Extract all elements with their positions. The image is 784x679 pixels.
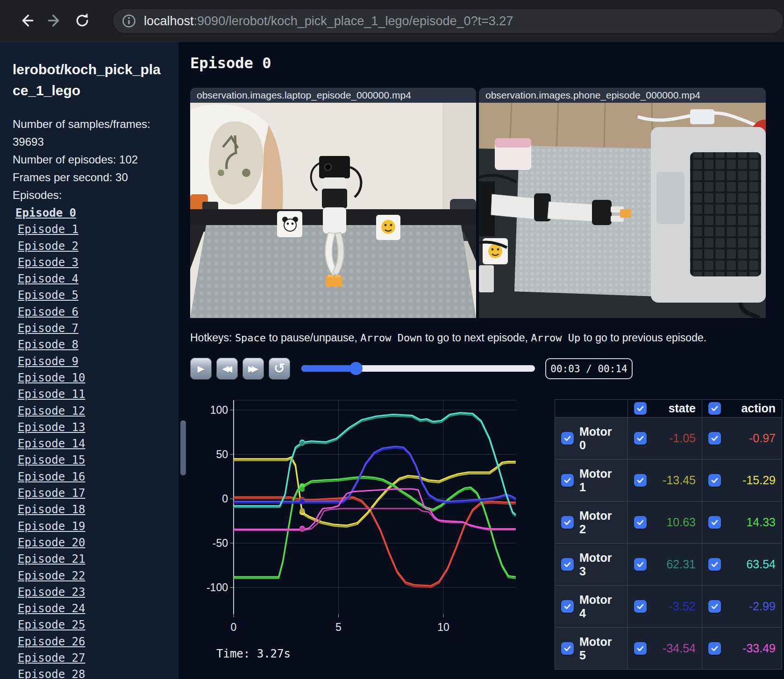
motor-2-state-value: 10.63 xyxy=(666,516,696,529)
motor-4-action-checkbox[interactable] xyxy=(708,600,721,613)
episode-link-13[interactable]: Episode 13 xyxy=(18,421,86,434)
episode-link-3[interactable]: Episode 3 xyxy=(18,256,78,269)
state-header-checkbox[interactable] xyxy=(634,402,647,415)
motor-2-label: Motor 2 xyxy=(579,509,621,536)
episode-link-25[interactable]: Episode 25 xyxy=(18,618,86,631)
episode-list-item: Episode 15 xyxy=(18,452,178,468)
episode-link-22[interactable]: Episode 22 xyxy=(18,569,86,582)
episode-link-17[interactable]: Episode 17 xyxy=(18,487,86,500)
episode-link-14[interactable]: Episode 14 xyxy=(18,437,86,450)
episode-link-2[interactable]: Episode 2 xyxy=(18,240,78,253)
episode-list-item: Episode 12 xyxy=(18,403,178,419)
motor-0-state-checkbox[interactable] xyxy=(634,432,647,445)
info-samples: Number of samples/frames: 39693 xyxy=(13,115,166,151)
episode-link-28[interactable]: Episode 28 xyxy=(18,668,86,679)
motor-5-checkbox[interactable] xyxy=(561,642,574,655)
episode-link-11[interactable]: Episode 11 xyxy=(18,388,86,401)
episode-list-item: Episode 13 xyxy=(18,419,178,435)
url-text[interactable]: localhost:9090/lerobot/koch_pick_place_1… xyxy=(144,14,513,28)
episode-link-15[interactable]: Episode 15 xyxy=(18,453,86,467)
episode-link-9[interactable]: Episode 9 xyxy=(18,355,78,368)
motor-0-action-cell: -0.97 xyxy=(702,417,782,460)
motor-4-checkbox[interactable] xyxy=(561,600,574,613)
motor-3-state-checkbox[interactable] xyxy=(634,558,647,571)
forward-icon[interactable] xyxy=(41,7,67,34)
episode-link-19[interactable]: Episode 19 xyxy=(18,520,86,533)
episode-link-5[interactable]: Episode 5 xyxy=(18,289,78,302)
episode-link-0[interactable]: Episode 0 xyxy=(15,206,76,219)
hotkey-key: Space xyxy=(235,332,266,344)
episode-list-item: Episode 26 xyxy=(18,633,178,650)
episode-link-18[interactable]: Episode 18 xyxy=(18,503,86,516)
episode-list-item: Episode 9 xyxy=(18,353,178,369)
rewind-button[interactable]: ◀◀ xyxy=(216,358,238,380)
motor-1-checkbox[interactable] xyxy=(561,474,574,487)
episode-link-24[interactable]: Episode 24 xyxy=(18,602,86,615)
state-header-cell: state xyxy=(628,400,702,417)
table-corner-cell xyxy=(555,400,628,417)
phone-video[interactable] xyxy=(479,103,766,318)
seek-slider[interactable] xyxy=(301,365,535,372)
motor-4-state-checkbox[interactable] xyxy=(634,600,647,613)
motor-5-action-checkbox[interactable] xyxy=(708,642,721,655)
site-info-icon[interactable] xyxy=(120,12,138,30)
motor-4-label: Motor 4 xyxy=(579,593,621,620)
app-window: localhost:9090/lerobot/koch_pick_place_1… xyxy=(0,0,784,679)
motor-chart[interactable]: 100500-50-1000510 xyxy=(185,395,519,656)
motor-2-checkbox[interactable] xyxy=(561,516,574,529)
episode-list-item: Episode 20 xyxy=(18,534,178,551)
episode-list-item: Episode 23 xyxy=(18,584,178,600)
motor-0-state-cell: -1.05 xyxy=(628,417,702,460)
episode-link-23[interactable]: Episode 23 xyxy=(18,586,86,599)
motor-4-action-cell: -2.99 xyxy=(702,586,782,628)
episode-link-8[interactable]: Episode 8 xyxy=(18,338,78,351)
play-button[interactable]: ▶ xyxy=(190,358,212,380)
reload-icon[interactable] xyxy=(69,7,95,34)
motor-5-label: Motor 5 xyxy=(579,635,621,662)
episode-link-6[interactable]: Episode 6 xyxy=(18,305,78,318)
action-header-checkbox[interactable] xyxy=(708,402,721,415)
motor-3-checkbox[interactable] xyxy=(561,558,574,571)
motor-0-checkbox[interactable] xyxy=(561,432,574,445)
hotkey-text: to go to next episode, xyxy=(422,332,531,344)
seek-slider-fill xyxy=(301,365,356,372)
episode-link-16[interactable]: Episode 16 xyxy=(18,470,86,483)
episode-link-12[interactable]: Episode 12 xyxy=(18,404,86,417)
motor-4-row-header: Motor 4 xyxy=(555,586,628,628)
video-panel-phone: observation.images.phone_episode_000000.… xyxy=(479,88,766,318)
episode-link-10[interactable]: Episode 10 xyxy=(18,371,86,384)
episode-link-27[interactable]: Episode 27 xyxy=(18,651,86,665)
loop-button[interactable]: ↺ xyxy=(269,358,290,380)
fast-forward-button[interactable]: ▶▶ xyxy=(242,358,264,380)
svg-text:-100: -100 xyxy=(207,581,228,594)
episode-link-21[interactable]: Episode 21 xyxy=(18,552,86,566)
motor-1-state-checkbox[interactable] xyxy=(634,474,647,487)
chart-time-label: Time: 3.27s xyxy=(216,647,291,660)
motor-1-action-value: -15.29 xyxy=(742,474,776,487)
time-display: 00:03 / 00:14 xyxy=(545,358,633,379)
laptop-video[interactable] xyxy=(190,103,476,318)
episode-link-7[interactable]: Episode 7 xyxy=(18,322,78,335)
motor-2-state-checkbox[interactable] xyxy=(634,516,647,529)
back-icon[interactable] xyxy=(14,7,40,34)
motor-0-row-header: Motor 0 xyxy=(555,417,628,460)
motor-4-state-cell: -3.52 xyxy=(628,586,702,628)
episode-link-4[interactable]: Episode 4 xyxy=(18,272,78,285)
motor-1-action-checkbox[interactable] xyxy=(708,474,721,487)
episode-list-item: Episode 4 xyxy=(18,270,178,287)
motor-3-action-value: 63.54 xyxy=(746,558,776,571)
seek-slider-thumb[interactable] xyxy=(349,362,363,375)
motor-0-action-checkbox[interactable] xyxy=(708,432,721,445)
episode-link-1[interactable]: Episode 1 xyxy=(18,223,78,236)
url-path: :9090/lerobot/koch_pick_place_1_lego/epi… xyxy=(194,14,513,28)
address-bar[interactable]: localhost:9090/lerobot/koch_pick_place_1… xyxy=(112,8,784,34)
motor-3-action-checkbox[interactable] xyxy=(708,558,721,571)
motor-0-state-value: -1.05 xyxy=(669,431,696,445)
episode-link-26[interactable]: Episode 26 xyxy=(18,635,86,648)
info-fps: Frames per second: 30 xyxy=(13,169,166,186)
motor-5-state-checkbox[interactable] xyxy=(634,642,647,655)
motor-2-action-checkbox[interactable] xyxy=(708,516,721,529)
episode-link-20[interactable]: Episode 20 xyxy=(18,536,86,549)
svg-text:50: 50 xyxy=(216,448,228,460)
motor-5-state-value: -34.54 xyxy=(663,642,696,655)
